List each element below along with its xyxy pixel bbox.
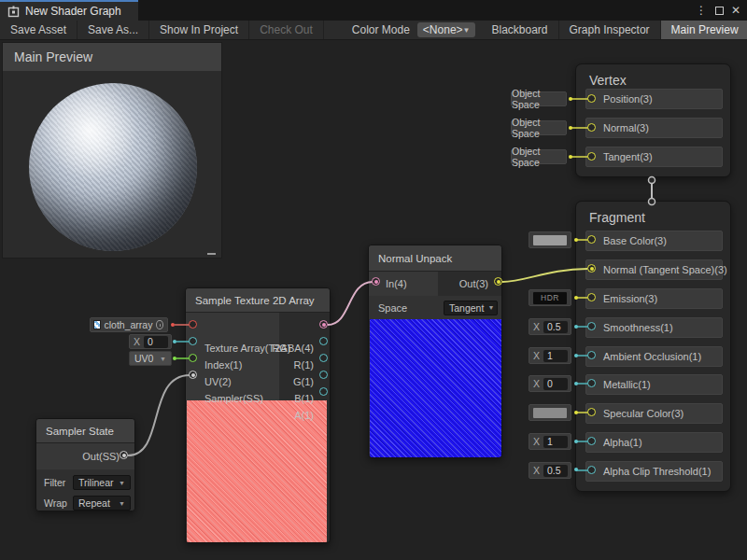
graph-inspector-button[interactable]: Graph Inspector <box>559 21 661 39</box>
fragment-row-smoothness[interactable]: Smoothness(1) <box>585 317 723 338</box>
output-label-g: G(1) <box>293 376 314 387</box>
port-normal-input[interactable] <box>587 123 596 132</box>
index-field[interactable]: X 0 <box>129 334 172 349</box>
alpha-clip-field[interactable]: X 0.5 <box>529 462 571 479</box>
fragment-node[interactable]: Fragment Base Color(3) Normal (Tangent S… <box>575 201 731 492</box>
sampler-state-node[interactable]: Sampler State Out(SS) Filter Trilinear ▼… <box>35 418 135 511</box>
sample-texture-2d-array-node[interactable]: Sample Texture 2D Array Texture Array(T2… <box>185 287 331 543</box>
fragment-row-alpha[interactable]: Alpha(1) <box>585 432 723 453</box>
ambient-occlusion-value[interactable]: 1 <box>543 350 568 362</box>
tab-title: New Shader Graph <box>25 5 121 18</box>
tab-new-shader-graph[interactable]: New Shader Graph <box>0 0 138 21</box>
vertex-row-normal[interactable]: Normal(3) <box>585 118 723 138</box>
port-unpack-out[interactable] <box>494 277 502 286</box>
output-label-b: B(1) <box>294 393 314 404</box>
port-tangent-input[interactable] <box>587 152 596 161</box>
port-base-color-input[interactable] <box>587 235 596 244</box>
port-position-input[interactable] <box>587 94 596 103</box>
main-preview-button[interactable]: Main Preview <box>661 21 747 39</box>
wrap-label: Wrap <box>44 497 73 509</box>
fragment-row-metallic[interactable]: Metallic(1) <box>585 374 723 395</box>
alpha-field[interactable]: X 1 <box>529 433 571 450</box>
wire-sampler-state[interactable] <box>128 375 190 455</box>
preview-resize-handle[interactable] <box>207 253 216 255</box>
color-swatch[interactable] <box>533 408 567 418</box>
wrap-dropdown[interactable]: Repeat ▼ <box>73 496 131 511</box>
blackboard-button[interactable]: Blackboard <box>481 21 558 39</box>
uv-channel-dropdown[interactable]: UV0 ▼ <box>129 351 172 366</box>
uv-dot <box>173 357 176 360</box>
port-sampler[interactable] <box>189 371 197 379</box>
port-normal-tangent-input[interactable] <box>587 264 596 273</box>
close-icon[interactable]: ✕ <box>727 0 744 21</box>
metallic-field[interactable]: X 0 <box>529 375 571 392</box>
port-b-output[interactable] <box>319 371 328 379</box>
port-rgba-output[interactable] <box>319 320 328 329</box>
filter-dropdown[interactable]: Trilinear ▼ <box>73 475 131 490</box>
emission-hdr-widget[interactable]: HDR <box>529 289 571 306</box>
hdr-badge[interactable]: HDR <box>533 292 567 304</box>
alpha-value[interactable]: 1 <box>543 436 568 448</box>
ambient-occlusion-field[interactable]: X 1 <box>529 347 571 364</box>
port-r-output[interactable] <box>319 337 328 345</box>
port-smoothness-input[interactable] <box>587 322 596 330</box>
dropdown-arrow-icon: ▼ <box>119 500 125 507</box>
space-value: Tangent <box>449 302 484 314</box>
port-texture-array[interactable] <box>189 320 197 329</box>
smoothness-field[interactable]: X 0.5 <box>529 318 571 335</box>
fragment-row-base-color[interactable]: Base Color(3) <box>585 231 723 251</box>
index-value[interactable]: 0 <box>144 336 168 348</box>
port-ambient-occlusion-input[interactable] <box>587 351 596 359</box>
metallic-dot <box>574 382 578 385</box>
texture-array-object-field[interactable]: cloth_array <box>90 317 168 332</box>
port-metallic-input[interactable] <box>587 379 596 387</box>
port-emission-input[interactable] <box>587 293 596 301</box>
port-a-output[interactable] <box>319 387 328 396</box>
port-alpha-clip-input[interactable] <box>587 466 596 474</box>
normal-unpack-preview[interactable] <box>370 319 502 458</box>
vertex-row-tangent[interactable]: Tangent(3) <box>585 147 723 167</box>
color-swatch[interactable] <box>533 235 567 245</box>
binding-object-space-3: Object Space <box>511 149 567 164</box>
vertex-row-position[interactable]: Position(3) <box>585 89 723 109</box>
port-sampler-state-out[interactable] <box>120 451 128 459</box>
base-color-swatch[interactable] <box>529 231 571 248</box>
fragment-row-normal[interactable]: Normal (Tangent Space)(3) <box>585 259 723 280</box>
port-index[interactable] <box>189 337 197 345</box>
fragment-row-alpha-clip[interactable]: Alpha Clip Threshold(1) <box>585 461 723 482</box>
space-dropdown[interactable]: Tangent ▼ <box>444 301 498 315</box>
space-row: Space Tangent ▼ <box>369 296 501 319</box>
normal-unpack-node[interactable]: Normal Unpack In(4) Out(3) Space Tangent… <box>368 245 502 458</box>
specular-dot <box>574 411 578 414</box>
save-asset-button[interactable]: Save Asset <box>0 21 78 39</box>
color-mode-value: <None> <box>423 23 463 36</box>
port-g-output[interactable] <box>319 354 328 362</box>
smoothness-value[interactable]: 0.5 <box>543 321 568 333</box>
preview-sphere[interactable] <box>29 83 197 251</box>
wire-rgba-to-in[interactable] <box>328 282 373 325</box>
vertex-node[interactable]: Vertex Position(3) Normal(3) Tangent(3) <box>575 63 731 177</box>
output-label-r: R(1) <box>294 359 314 371</box>
sampler-settings: Filter Trilinear ▼ Wrap Repeat ▼ <box>36 469 134 511</box>
fragment-row-emission[interactable]: Emission(3) <box>585 288 723 309</box>
port-specular-color-input[interactable] <box>587 408 596 416</box>
show-in-project-button[interactable]: Show In Project <box>149 21 249 39</box>
alpha-clip-value[interactable]: 0.5 <box>543 465 568 477</box>
sample-node-preview[interactable] <box>187 400 327 543</box>
in-label: In(4) <box>386 278 407 289</box>
graph-canvas[interactable]: Main Preview Vertex Position(3) Normal(3… <box>0 0 747 560</box>
kebab-menu-icon[interactable]: ⋮ <box>693 0 710 21</box>
fragment-row-specular-color[interactable]: Specular Color(3) <box>585 403 723 424</box>
maximize-icon[interactable] <box>711 0 727 21</box>
object-picker-icon[interactable] <box>156 320 163 329</box>
save-as-button[interactable]: Save As... <box>78 21 149 39</box>
port-alpha-input[interactable] <box>587 437 596 445</box>
binding-dot-3 <box>569 155 572 159</box>
metallic-value[interactable]: 0 <box>543 378 568 390</box>
port-uv[interactable] <box>189 354 197 362</box>
color-mode-dropdown[interactable]: <None> ▼ <box>417 22 476 37</box>
port-unpack-in[interactable] <box>372 277 380 286</box>
specular-color-swatch[interactable] <box>529 404 571 421</box>
fragment-row-ambient-occlusion[interactable]: Ambient Occlusion(1) <box>585 346 723 367</box>
input-label-uv: UV(2) <box>204 376 232 387</box>
